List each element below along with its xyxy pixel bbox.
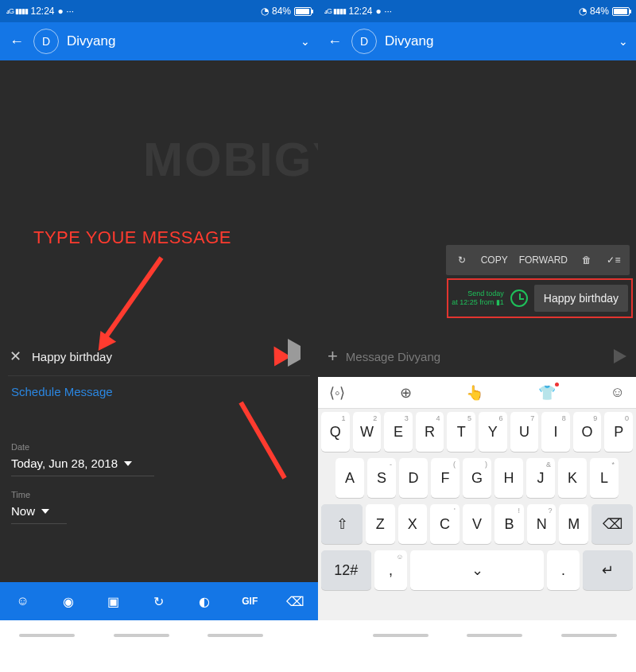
nav-back[interactable] [19,634,75,637]
key-j[interactable]: &J [526,458,555,498]
back-icon[interactable]: ← [8,33,25,50]
send-button[interactable] [288,346,308,367]
select-all-icon[interactable]: ✓≡ [606,252,622,268]
android-nav-bar [0,623,636,648]
nav-recents[interactable] [561,634,617,637]
key-f[interactable]: (F [431,458,460,498]
annotation-text: TYPE YOUE MESSAGE [33,227,231,248]
gif-icon[interactable]: GIF [241,592,258,610]
key-y[interactable]: 6Y [479,412,507,452]
forward-button[interactable]: FORWARD [519,254,568,266]
keyboard-toolbar: ⟨◦⟩ ⊕ 👆 👕 ☺ [318,377,636,409]
divider [8,375,310,376]
kbd-globe-icon[interactable]: ⊕ [400,384,412,402]
key-e[interactable]: 3E [384,412,413,452]
wifi-icon: ◔ [579,6,587,17]
arrow-annotation-1 [105,256,164,337]
date-value: Today, Jun 28, 2018 [11,456,118,470]
key-w[interactable]: 2W [353,412,382,452]
add-attachment-button[interactable]: + [328,346,338,367]
copy-button[interactable]: COPY [481,254,508,266]
contact-name[interactable]: Divyang [385,33,611,49]
key-s[interactable]: -S [367,458,396,498]
history-icon[interactable]: ↻ [454,252,470,268]
key-t[interactable]: 5T [447,412,475,452]
signal-icon: ₄G ▮▮▮▮ [6,7,28,15]
back-icon[interactable]: ← [326,33,343,50]
key-a[interactable]: A [335,458,364,498]
time-underline [11,523,67,524]
arrow-annotation-2 [238,402,286,480]
message-input[interactable]: Happy birthday [27,350,288,363]
date-dropdown[interactable]: Today, Jun 28, 2018 [11,456,132,470]
key-g[interactable]: )G [463,458,491,498]
key-d[interactable]: D [399,458,428,498]
contact-avatar[interactable]: D [33,29,59,54]
space-key[interactable]: ⌄ [410,550,543,590]
contact-avatar[interactable]: D [351,29,377,54]
backspace-key[interactable]: ⌫ [591,504,633,544]
history-icon[interactable]: ↻ [150,592,168,610]
period-key[interactable]: . [547,550,580,590]
kbd-expand-icon[interactable]: ⟨◦⟩ [329,384,345,402]
status-time: 12:24 [349,6,373,17]
symbols-key[interactable]: 12# [321,550,371,590]
time-dropdown[interactable]: Now [11,504,49,518]
key-p[interactable]: 0P [604,412,633,452]
battery-icon [294,7,312,16]
key-m[interactable]: M [559,504,588,544]
key-l[interactable]: *L [590,458,619,498]
schedule-info: Send today at 12:25 from ▮1 [452,289,504,307]
nav-recents[interactable] [207,634,263,637]
time-label: Time [11,490,30,499]
battery-pct: 84% [272,6,291,17]
key-r[interactable]: 4R [416,412,444,452]
delete-icon[interactable]: 🗑 [579,252,595,268]
backspace-icon[interactable]: ⌫ [286,592,304,610]
key-z[interactable]: Z [366,504,395,544]
context-menu: ↻ COPY FORWARD 🗑 ✓≡ [446,245,630,275]
contact-name[interactable]: Divyang [67,33,293,49]
key-c[interactable]: 'C [430,504,460,544]
message-input[interactable]: Message Divyang [338,350,614,363]
image-icon[interactable]: ▣ [105,592,122,610]
key-h[interactable]: H [494,458,523,498]
camera-icon[interactable]: ◉ [60,592,77,610]
chat-header: ← D Divyang ⌄ [318,22,636,60]
chevron-down-icon[interactable]: ⌄ [301,35,310,48]
nav-home[interactable] [114,634,169,637]
key-b[interactable]: !B [494,504,524,544]
key-o[interactable]: 9O [573,412,602,452]
contact-icon[interactable]: ◐ [196,592,213,610]
send-icon[interactable] [614,349,626,363]
key-n[interactable]: ?N [527,504,556,544]
key-x[interactable]: X [398,504,428,544]
kbd-sticker-icon[interactable]: 👕 [538,384,556,402]
enter-key[interactable]: ↵ [583,550,633,590]
key-k[interactable]: K [558,458,587,498]
close-icon[interactable]: ✕ [10,348,27,365]
kbd-emoji-icon[interactable]: ☺ [611,384,625,401]
key-v[interactable]: V [463,504,492,544]
kbd-mic-icon[interactable]: 👆 [466,384,483,402]
wifi-icon: ◔ [261,6,269,17]
comma-key[interactable]: ☺, [374,550,408,590]
left-screenshot: ₄G ▮▮▮▮ 12:24 ● ··· ◔ 84% ← D Divyang ⌄ … [0,0,318,620]
scheduled-message-row[interactable]: Send today at 12:25 from ▮1 Happy birthd… [450,282,630,315]
status-bar: ₄G ▮▮▮▮ 12:24 ● ··· ◔ 84% [0,0,318,22]
chat-header: ← D Divyang ⌄ [0,22,318,60]
status-dot: ● ··· [58,6,75,17]
message-input-row: ✕ Happy birthday [0,339,318,374]
message-bubble[interactable]: Happy birthday [534,285,628,312]
right-screenshot: ₄G ▮▮▮▮ 12:24 ● ··· ◔ 84% ← D Divyang ⌄ … [318,0,636,620]
chevron-down-icon[interactable]: ⌄ [619,35,628,48]
key-q[interactable]: 1Q [321,412,350,452]
key-u[interactable]: 7U [510,412,539,452]
key-i[interactable]: 8I [541,412,570,452]
date-label: Date [11,442,29,452]
shift-key[interactable]: ⇧ [321,504,363,544]
nav-back[interactable] [373,634,429,637]
schedule-message-link[interactable]: Schedule Message [11,385,113,398]
emoji-icon[interactable]: ☺ [14,592,32,610]
nav-home[interactable] [467,634,522,637]
